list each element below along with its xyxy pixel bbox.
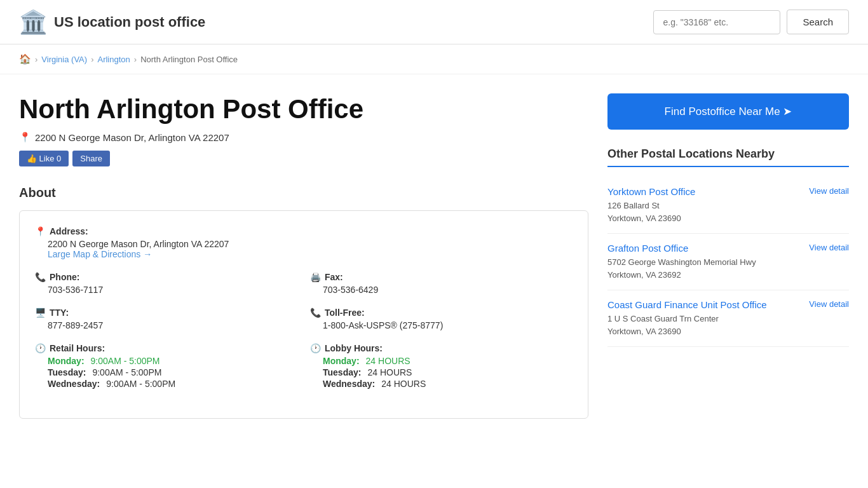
find-postoffice-button[interactable]: Find Postoffice Near Me ➤ xyxy=(607,93,849,130)
phone-icon: 📞 xyxy=(35,272,46,282)
clock-icon-lobby: 🕐 xyxy=(310,343,321,353)
home-icon[interactable]: 🏠 xyxy=(19,53,31,65)
about-heading: About xyxy=(19,186,588,200)
nearby-item-addr1-2: 1 U S Coast Guard Trn Center xyxy=(607,313,801,325)
phone-value: 703-536-7117 xyxy=(48,285,297,295)
retail-wednesday-hours: 9:00AM - 5:00PM xyxy=(106,379,175,389)
nearby-item-name-1[interactable]: Grafton Post Office xyxy=(607,243,801,254)
tollfree-value: 1-800-Ask-USPS® (275-8777) xyxy=(323,320,573,330)
retail-monday: Monday: 9:00AM - 5:00PM xyxy=(48,356,297,366)
breadcrumb-sep-3: › xyxy=(134,55,137,64)
fb-share-button[interactable]: Share xyxy=(72,151,110,166)
retail-hours-values: Monday: 9:00AM - 5:00PM Tuesday: 9:00AM … xyxy=(48,356,297,389)
retail-monday-day: Monday: xyxy=(48,356,85,366)
phone-row: 📞 Phone: 703-536-7117 xyxy=(35,272,297,295)
address-line: 📍 2200 N George Mason Dr, Arlington VA 2… xyxy=(19,132,588,143)
retail-monday-hours: 9:00AM - 5:00PM xyxy=(91,356,160,366)
phone-fax-grid: 📞 Phone: 703-536-7117 🖨️ Fax: 703-536-64… xyxy=(35,272,573,308)
nearby-item-info-0: Yorktown Post Office 126 Ballard St York… xyxy=(607,186,801,224)
search-button[interactable]: Search xyxy=(787,10,849,34)
phone-label: 📞 Phone: xyxy=(35,272,297,282)
page-title: North Arlington Post Office xyxy=(19,93,588,125)
lobby-hours-section: 🕐 Lobby Hours: Monday: 24 HOURS Tuesday:… xyxy=(310,343,573,390)
site-header: 🏛️ US location post office Search xyxy=(0,0,868,44)
list-item: Coast Guard Finance Unit Post Office 1 U… xyxy=(607,290,849,347)
retail-hours-section: 🕐 Retail Hours: Monday: 9:00AM - 5:00PM … xyxy=(35,343,297,390)
tty-tollfree-grid: 🖥️ TTY: 877-889-2457 📞 Toll-Free: 1-800-… xyxy=(35,308,573,343)
content-area: North Arlington Post Office 📍 2200 N Geo… xyxy=(19,93,588,419)
breadcrumb-sep-2: › xyxy=(91,55,93,64)
lobby-tuesday: Tuesday: 24 HOURS xyxy=(323,367,573,377)
nearby-item-addr1-0: 126 Ballard St xyxy=(607,200,801,212)
view-detail-0[interactable]: View detail xyxy=(809,186,849,196)
nearby-item-addr1-1: 5702 George Washington Memorial Hwy xyxy=(607,256,801,269)
breadcrumb-virginia[interactable]: Virginia (VA) xyxy=(41,55,87,64)
site-title: US location post office xyxy=(54,14,205,30)
tty-label: 🖥️ TTY: xyxy=(35,308,297,318)
retail-tuesday: Tuesday: 9:00AM - 5:00PM xyxy=(48,367,297,377)
nearby-item-addr2-2: Yorktown, VA 23690 xyxy=(607,325,801,338)
hours-grid: 🕐 Retail Hours: Monday: 9:00AM - 5:00PM … xyxy=(35,343,573,403)
retail-wednesday: Wednesday: 9:00AM - 5:00PM xyxy=(48,379,297,389)
fax-row: 🖨️ Fax: 703-536-6429 xyxy=(310,272,573,295)
lobby-wednesday-hours: 24 HOURS xyxy=(381,379,426,389)
lobby-wednesday-day: Wednesday: xyxy=(323,379,375,389)
lobby-hours-values: Monday: 24 HOURS Tuesday: 24 HOURS Wedne… xyxy=(323,356,573,389)
breadcrumb-sep-1: › xyxy=(35,55,37,64)
address-label: 📍 Address: xyxy=(35,226,573,236)
clock-icon-retail: 🕐 xyxy=(35,343,46,353)
address-pin-icon: 📍 xyxy=(35,226,46,236)
view-detail-1[interactable]: View detail xyxy=(809,243,849,252)
tty-value: 877-889-2457 xyxy=(48,320,297,330)
lobby-tuesday-day: Tuesday: xyxy=(323,367,361,377)
nearby-item-info-1: Grafton Post Office 5702 George Washingt… xyxy=(607,243,801,281)
tty-icon: 🖥️ xyxy=(35,308,46,318)
logo-area: 🏛️ US location post office xyxy=(19,11,653,34)
lobby-tuesday-hours: 24 HOURS xyxy=(367,367,412,377)
info-card: 📍 Address: 2200 N George Mason Dr, Arlin… xyxy=(19,210,588,419)
main-content: North Arlington Post Office 📍 2200 N Geo… xyxy=(0,74,868,419)
lobby-monday: Monday: 24 HOURS xyxy=(323,356,573,366)
nearby-item-name-0[interactable]: Yorktown Post Office xyxy=(607,186,801,197)
breadcrumb: 🏠 › Virginia (VA) › Arlington › North Ar… xyxy=(0,44,868,74)
breadcrumb-current: North Arlington Post Office xyxy=(140,55,238,64)
nearby-item-name-2[interactable]: Coast Guard Finance Unit Post Office xyxy=(607,299,801,310)
view-detail-2[interactable]: View detail xyxy=(809,299,849,309)
retail-hours-label: 🕐 Retail Hours: xyxy=(35,343,297,353)
retail-tuesday-hours: 9:00AM - 5:00PM xyxy=(92,367,161,377)
search-input[interactable] xyxy=(653,10,780,34)
tollfree-label: 📞 Toll-Free: xyxy=(310,308,573,318)
address-row: 📍 Address: 2200 N George Mason Dr, Arlin… xyxy=(35,226,573,259)
fax-value: 703-536-6429 xyxy=(323,285,573,295)
fax-label: 🖨️ Fax: xyxy=(310,272,573,282)
sidebar: Find Postoffice Near Me ➤ Other Postal L… xyxy=(607,93,849,419)
fax-icon: 🖨️ xyxy=(310,272,321,282)
facebook-buttons: 👍 Like 0 Share xyxy=(19,151,588,166)
search-area: Search xyxy=(653,10,849,34)
nearby-heading: Other Postal Locations Nearby xyxy=(607,147,849,167)
lobby-monday-hours: 24 HOURS xyxy=(366,356,410,366)
tollfree-row: 📞 Toll-Free: 1-800-Ask-USPS® (275-8777) xyxy=(310,308,573,330)
tty-row: 🖥️ TTY: 877-889-2457 xyxy=(35,308,297,330)
nearby-item-addr2-0: Yorktown, VA 23690 xyxy=(607,212,801,225)
list-item: Yorktown Post Office 126 Ballard St York… xyxy=(607,177,849,234)
tollfree-icon: 📞 xyxy=(310,308,321,318)
lobby-hours-label: 🕐 Lobby Hours: xyxy=(310,343,573,353)
retail-tuesday-day: Tuesday: xyxy=(48,367,86,377)
fb-like-button[interactable]: 👍 Like 0 xyxy=(19,151,69,166)
map-link[interactable]: Large Map & Directions → xyxy=(48,249,152,259)
list-item: Grafton Post Office 5702 George Washingt… xyxy=(607,234,849,290)
retail-wednesday-day: Wednesday: xyxy=(48,379,100,389)
lobby-wednesday: Wednesday: 24 HOURS xyxy=(323,379,573,389)
page-address: 2200 N George Mason Dr, Arlington VA 222… xyxy=(35,132,229,143)
address-value: 2200 N George Mason Dr, Arlington VA 222… xyxy=(48,239,573,249)
nearby-item-info-2: Coast Guard Finance Unit Post Office 1 U… xyxy=(607,299,801,337)
breadcrumb-arlington[interactable]: Arlington xyxy=(97,55,130,64)
logo-icon: 🏛️ xyxy=(19,11,48,34)
pin-icon: 📍 xyxy=(19,132,31,143)
lobby-monday-day: Monday: xyxy=(323,356,360,366)
nearby-item-addr2-1: Yorktown, VA 23692 xyxy=(607,269,801,281)
